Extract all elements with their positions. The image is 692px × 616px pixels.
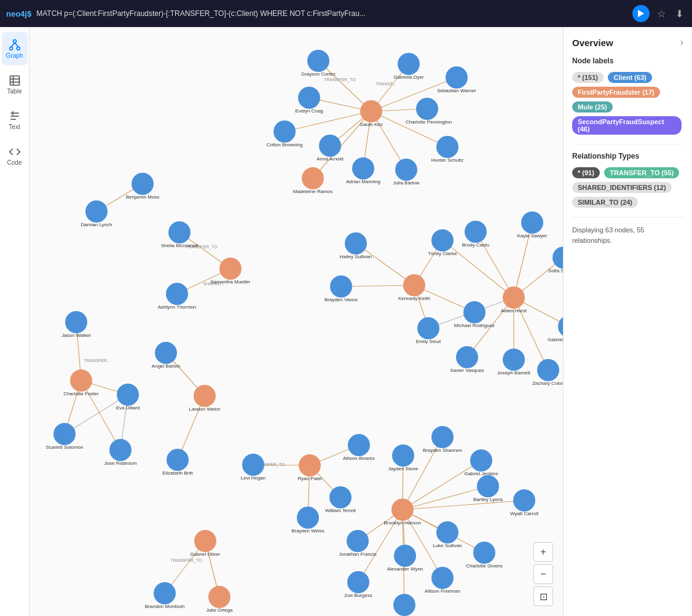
node-n35[interactable]: Eva Dillard (111, 382, 145, 407)
node-n49[interactable]: Wyatt Carroll (507, 488, 541, 513)
node-n37[interactable]: Scarlett Solomon (47, 422, 82, 446)
node-labels-title: Node labels (572, 57, 683, 65)
node-n48[interactable]: Bartley Lyons (471, 474, 505, 499)
node-n9[interactable]: Hunter Schultz (430, 135, 465, 159)
main-layout: Graph Table Text Code (0, 27, 692, 616)
download-button[interactable]: ⬇ (673, 6, 686, 22)
tag-first-party-fraudster[interactable]: FirstPartyFraudster (17) (572, 87, 660, 98)
node-n22[interactable]: Brayden Vance (324, 274, 358, 299)
brand-label: neo4j$ (6, 9, 31, 18)
node-n40[interactable]: Levi Hogan (236, 452, 270, 477)
node-n15[interactable]: Sheila Mcconnell (162, 220, 197, 245)
zoom-fit-button[interactable]: ⊡ (533, 586, 553, 606)
node-n39[interactable]: Elizabeth Britt (160, 448, 195, 472)
node-n3[interactable]: Sebastian Warner (439, 65, 474, 90)
svg-line-5 (15, 42, 18, 47)
zoom-out-button[interactable]: − (533, 564, 553, 584)
node-n13[interactable]: Benjamin Moss (125, 172, 160, 196)
node-labels-tags: * (151) Client (63) FirstPartyFraudster … (572, 70, 683, 136)
divider-2 (572, 217, 683, 218)
node-n25[interactable]: Sofia Spencer (546, 245, 563, 270)
node-n12[interactable]: Madeleine Ramos (296, 166, 330, 191)
node-n57[interactable]: Angel Dominguez (387, 593, 422, 616)
node-n55[interactable]: Zoe Burgess (341, 570, 375, 594)
node-n8[interactable]: Anna Arnold (313, 133, 347, 158)
node-n2[interactable]: Gabriela Dyer (391, 52, 426, 76)
node-n28[interactable]: Gabriella Buchanan (552, 314, 563, 339)
node-n19[interactable]: Brody Cantu (458, 219, 493, 244)
node-n51[interactable]: Jonathan Francis (340, 529, 375, 553)
run-button[interactable] (632, 5, 650, 22)
relationship-type-tags: * (91) TRANSFER_TO (55) SHARED_IDENTIFIE… (572, 165, 683, 210)
node-n43[interactable]: Jayden Stone (386, 443, 420, 468)
node-n42[interactable]: Allison Alvarez (342, 433, 376, 457)
sidebar-item-code[interactable]: Code (2, 139, 28, 172)
node-n44[interactable]: Brayden Shannon (425, 425, 460, 449)
node-n31[interactable]: Zachary Colon (531, 358, 563, 382)
tag-similar-to[interactable]: SIMILAR_TO (24) (572, 197, 638, 208)
node-n21[interactable]: Ashlynn Thornton (160, 282, 194, 306)
graph-canvas[interactable]: TRANSFER_TO TRANSF... TRANSFER_TO SHARED… (29, 27, 563, 616)
node-n24[interactable]: Aiden Hurst (497, 285, 531, 310)
sidebar-code-label: Code (7, 159, 22, 166)
node-n27[interactable]: Emily Stout (411, 316, 446, 341)
tag-shared-identifiers[interactable]: SHARED_IDENTIFIERS (12) (572, 182, 672, 193)
tag-all[interactable]: * (151) (572, 72, 604, 83)
node-n11[interactable]: Julia Barlow (389, 157, 423, 182)
tag-client[interactable]: Client (63) (608, 72, 651, 83)
topbar: neo4j$ MATCH p=(:Client:FirstPartyFrauds… (0, 0, 692, 27)
node-n26[interactable]: Michael Rodriguez (457, 300, 492, 325)
svg-rect-6 (10, 76, 19, 85)
sidebar-table-label: Table (7, 88, 22, 95)
node-n47[interactable]: Brooklyn Hanson (385, 497, 420, 522)
zoom-controls: + − ⊡ (533, 542, 553, 606)
node-n10[interactable]: Adrian Manning (346, 156, 380, 181)
node-n1[interactable]: Grayson Cortez (301, 49, 336, 73)
svg-point-3 (17, 47, 20, 50)
node-n38[interactable]: Jose Robinson (103, 438, 138, 462)
sidebar-text-label: Text (9, 124, 20, 130)
node-n6[interactable]: Sarah Kim (354, 99, 388, 124)
node-n46[interactable]: William Terrell (323, 485, 358, 510)
node-n52[interactable]: Luke Sullivan (430, 520, 465, 545)
svg-marker-0 (638, 10, 644, 17)
node-n16[interactable]: Samantha Mueller (213, 256, 248, 281)
node-n20[interactable]: Kayla Sawyer (515, 210, 549, 235)
node-n56[interactable]: Allison Freeman (425, 566, 460, 590)
sidebar-item-text[interactable]: Text (2, 103, 28, 136)
tag-second-party-fraud-suspect[interactable]: SecondPartyFraudSuspect (46) (572, 116, 682, 135)
node-n41[interactable]: Ryan Patel (293, 453, 327, 478)
panel-chevron-icon[interactable]: › (680, 37, 683, 48)
tag-transfer-to[interactable]: TRANSFER_TO (55) (604, 167, 679, 178)
right-panel: Overview › Node labels * (151) Client (6… (563, 27, 692, 616)
node-n32[interactable]: Jason Walker (59, 310, 93, 334)
node-n23[interactable]: Kennedy Keith (397, 273, 431, 298)
sidebar-item-table[interactable]: Table (2, 68, 28, 101)
node-n58[interactable]: Gabriel Oliver (188, 529, 222, 553)
node-n33[interactable]: Angel Barton (149, 341, 183, 365)
node-n14[interactable]: Damian Lynch (79, 199, 114, 224)
node-n29[interactable]: Xavier Vasquez (450, 345, 484, 369)
node-n54[interactable]: Charlotte Givens (467, 540, 501, 565)
panel-header: Overview › (572, 37, 683, 48)
node-n4[interactable]: Evelyn Craig (292, 85, 326, 110)
node-n30[interactable]: Joseph Barnett (497, 347, 531, 372)
node-n5[interactable]: Charlotte Pennington (410, 97, 444, 121)
node-n53[interactable]: Alexander Wynn (388, 543, 422, 568)
node-n7[interactable]: Colton Browning (267, 119, 302, 144)
node-n34[interactable]: Landon Welch (187, 384, 222, 408)
zoom-in-button[interactable]: + (533, 542, 553, 562)
node-n36[interactable]: Charlotte Foster (64, 368, 98, 393)
sidebar-item-graph[interactable]: Graph (2, 32, 28, 65)
node-n59[interactable]: Brandon Mcintosh (147, 581, 182, 606)
star-button[interactable]: ☆ (655, 6, 668, 22)
panel-title: Overview (572, 38, 613, 48)
node-n18[interactable]: Trinity Clarke (425, 228, 460, 253)
node-n17[interactable]: Hailey Sullivan (339, 231, 373, 256)
node-n45[interactable]: Gabriel Jenkins (464, 448, 498, 473)
tag-mule[interactable]: Mule (25) (572, 101, 613, 113)
sidebar-graph-label: Graph (6, 52, 23, 59)
node-n50[interactable]: Brayden Weiss (291, 505, 325, 530)
tag-rel-all[interactable]: * (91) (572, 167, 600, 178)
node-n60[interactable]: Julie Ortega (202, 585, 237, 609)
